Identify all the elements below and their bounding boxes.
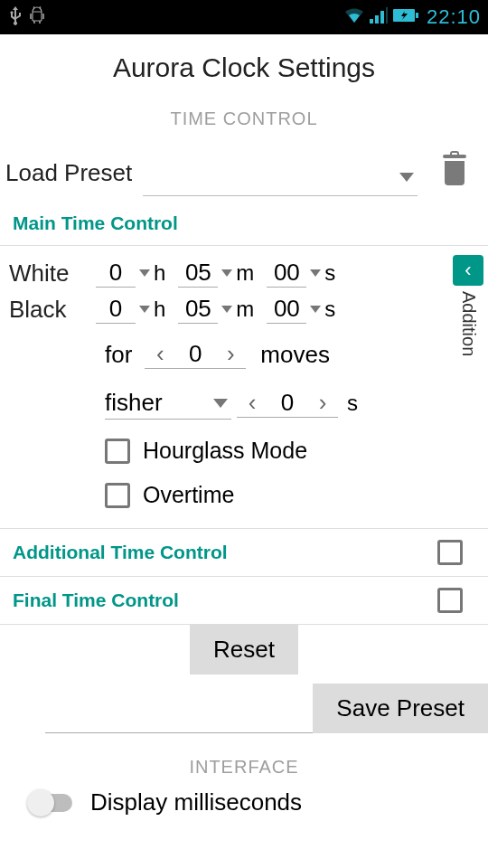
hourglass-checkbox[interactable] bbox=[105, 439, 130, 464]
status-bar: 22:10 bbox=[0, 0, 488, 34]
reset-button[interactable]: Reset bbox=[190, 625, 298, 675]
chevron-down-icon bbox=[139, 269, 150, 277]
white-hours-input[interactable]: 0 bbox=[96, 259, 136, 288]
chevron-down-icon bbox=[399, 173, 414, 182]
moves-value[interactable]: 0 bbox=[175, 340, 215, 368]
increment-row: fisher ‹ 0 › s bbox=[105, 387, 443, 420]
increment-decrement-button[interactable]: ‹ bbox=[237, 389, 267, 417]
preset-name-input[interactable] bbox=[45, 699, 313, 733]
moves-decrement-button[interactable]: ‹ bbox=[145, 340, 175, 368]
android-icon bbox=[29, 5, 45, 29]
hours-unit: h bbox=[154, 297, 165, 322]
load-preset-row: Load Preset bbox=[0, 144, 488, 196]
moves-label: moves bbox=[260, 341, 330, 369]
svg-rect-12 bbox=[416, 13, 418, 18]
black-seconds-input[interactable]: 00 bbox=[267, 295, 306, 324]
save-preset-button[interactable]: Save Preset bbox=[313, 684, 488, 733]
battery-icon bbox=[392, 8, 419, 26]
black-hours-input[interactable]: 0 bbox=[96, 295, 136, 324]
hourglass-row[interactable]: Hourglass Mode bbox=[105, 438, 443, 464]
display-ms-switch[interactable] bbox=[29, 794, 72, 812]
delete-preset-button[interactable] bbox=[436, 153, 474, 191]
status-left bbox=[7, 5, 45, 29]
black-time-row: Black 0 h 05 m 00 s bbox=[5, 295, 443, 324]
display-ms-label: Display milliseconds bbox=[90, 788, 302, 816]
load-preset-label: Load Preset bbox=[5, 159, 132, 196]
svg-rect-7 bbox=[370, 19, 373, 24]
final-header: Final Time Control bbox=[13, 590, 179, 611]
moves-stepper: ‹ 0 › bbox=[145, 340, 246, 369]
chevron-down-icon bbox=[221, 269, 232, 277]
hours-unit: h bbox=[154, 260, 165, 286]
overtime-label: Overtime bbox=[143, 482, 234, 508]
usb-icon bbox=[7, 5, 23, 29]
white-label: White bbox=[5, 259, 96, 288]
seconds-unit: s bbox=[324, 260, 335, 286]
wifi-icon bbox=[343, 6, 365, 28]
additional-header: Additional Time Control bbox=[13, 542, 228, 563]
hourglass-label: Hourglass Mode bbox=[143, 438, 307, 464]
additional-time-control-row[interactable]: Additional Time Control bbox=[0, 528, 488, 576]
status-right: 22:10 bbox=[343, 5, 481, 29]
addition-side-tab[interactable]: ‹ Addition bbox=[448, 246, 488, 528]
chevron-left-icon: ‹ bbox=[453, 255, 483, 286]
chevron-down-icon bbox=[139, 306, 150, 313]
black-label: Black bbox=[5, 296, 96, 324]
increment-mode-value: fisher bbox=[105, 389, 163, 417]
svg-rect-10 bbox=[386, 7, 388, 24]
black-minutes-input[interactable]: 05 bbox=[178, 295, 218, 324]
increment-unit: s bbox=[347, 391, 358, 416]
overtime-checkbox[interactable] bbox=[105, 483, 130, 508]
svg-rect-9 bbox=[380, 11, 384, 24]
overtime-row[interactable]: Overtime bbox=[105, 482, 443, 508]
page-title: Aurora Clock Settings bbox=[0, 52, 488, 83]
chevron-down-icon bbox=[310, 306, 321, 313]
white-minutes-input[interactable]: 05 bbox=[178, 259, 218, 288]
increment-stepper: ‹ 0 › bbox=[237, 389, 338, 418]
chevron-down-icon bbox=[213, 399, 228, 408]
minutes-unit: m bbox=[236, 297, 254, 322]
signal-icon bbox=[369, 6, 389, 28]
section-label-interface: INTERFACE bbox=[0, 757, 488, 778]
additional-checkbox[interactable] bbox=[437, 540, 463, 565]
minutes-unit: m bbox=[236, 260, 254, 286]
for-label: for bbox=[105, 341, 132, 369]
addition-label: Addition bbox=[458, 286, 479, 356]
seconds-unit: s bbox=[324, 297, 335, 322]
status-clock: 22:10 bbox=[427, 5, 481, 29]
main-time-control-body: White 0 h 05 m 00 s Black 0 h 05 m 00 s … bbox=[0, 245, 488, 528]
svg-rect-8 bbox=[375, 15, 379, 24]
moves-row: for ‹ 0 › moves bbox=[105, 340, 443, 369]
increment-mode-dropdown[interactable]: fisher bbox=[105, 387, 231, 420]
increment-increment-button[interactable]: › bbox=[307, 389, 338, 417]
increment-value[interactable]: 0 bbox=[267, 389, 307, 417]
final-time-control-row[interactable]: Final Time Control bbox=[0, 576, 488, 624]
preset-dropdown[interactable] bbox=[143, 164, 418, 196]
main-time-control-header: Main Time Control bbox=[0, 196, 488, 245]
section-label-time-control: TIME CONTROL bbox=[0, 108, 488, 129]
chevron-down-icon bbox=[310, 269, 321, 277]
white-time-row: White 0 h 05 m 00 s bbox=[5, 259, 443, 288]
final-checkbox[interactable] bbox=[437, 588, 463, 613]
chevron-down-icon bbox=[221, 306, 232, 313]
svg-rect-0 bbox=[33, 12, 42, 21]
white-seconds-input[interactable]: 00 bbox=[267, 259, 306, 288]
moves-increment-button[interactable]: › bbox=[215, 340, 246, 368]
display-ms-row[interactable]: Display milliseconds bbox=[0, 788, 488, 816]
